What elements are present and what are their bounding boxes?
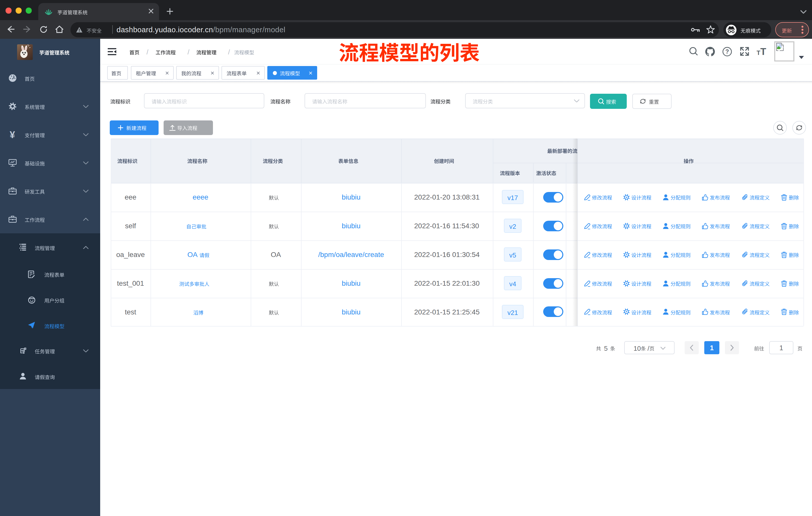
svg-text:?: ? bbox=[725, 48, 729, 55]
